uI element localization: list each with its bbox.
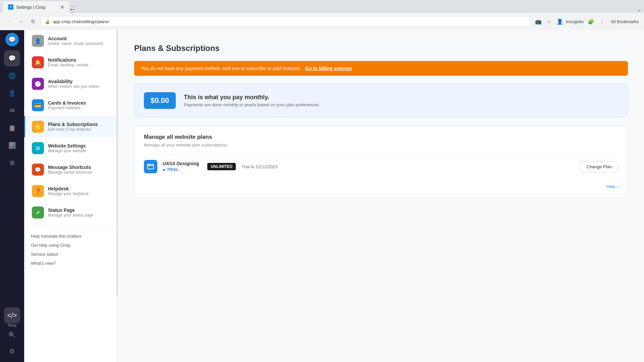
sidebar-divider bbox=[24, 226, 118, 226]
translate-link[interactable]: Help translate the chatbox bbox=[31, 232, 111, 241]
svg-point-3 bbox=[149, 165, 150, 165]
cards-text: Cards & Invoices Payment methods bbox=[48, 100, 86, 110]
plans-icon: ⭐ bbox=[32, 121, 44, 133]
browser-tabs: S Settings | Crisp ✕ + ⌄ bbox=[0, 0, 644, 13]
icon-nav: 💬 💬 🌐 👤 ✉ 📋 📊 ⊞ </> Setup 🔍 ⚙ bbox=[0, 30, 24, 362]
address-bar[interactable]: 🔒 app.crisp.chat/settings/plans/ bbox=[40, 16, 531, 27]
account-title: Account bbox=[48, 36, 103, 41]
availability-text: Availability When visitors see you onlin… bbox=[48, 79, 99, 89]
sidebar-item-status-page[interactable]: ✔ Status Page Manage your status page bbox=[24, 202, 118, 223]
sidebar-item-account[interactable]: 👤 Account Avatar, name, email, password bbox=[24, 30, 118, 52]
nav-item-setup[interactable]: </> Setup bbox=[4, 307, 20, 327]
notifications-text: Notifications Email, desktop, mobile bbox=[48, 57, 89, 67]
availability-desc: When visitors see you online bbox=[48, 84, 99, 89]
main-content: Plans & Subscriptions You do not have an… bbox=[118, 30, 644, 362]
helpdesk-title: Helpdesk bbox=[48, 186, 89, 191]
forward-button[interactable]: → bbox=[16, 17, 25, 26]
payment-info-title: This is what you pay monthly. bbox=[184, 94, 320, 101]
nav-item-globe[interactable]: 🌐 bbox=[4, 68, 20, 84]
profile-button[interactable]: 👤 bbox=[555, 17, 565, 26]
browser-chrome: S Settings | Crisp ✕ + ⌄ ← → ↻ 🔒 app.cri… bbox=[0, 0, 644, 30]
status-page-icon: ✔ bbox=[32, 206, 44, 219]
nav-item-search[interactable]: 🔍 bbox=[4, 327, 20, 343]
browser-tab-active[interactable]: S Settings | Crisp ✕ bbox=[3, 1, 70, 13]
website-settings-text: Website Settings Manage your website bbox=[48, 143, 86, 153]
tab-list-button[interactable]: ⌄ bbox=[637, 6, 641, 13]
alert-text: You do not have any payment method. Add … bbox=[141, 66, 352, 71]
change-plan-button[interactable]: Change Plan bbox=[580, 161, 618, 172]
website-settings-icon: ⚙ bbox=[32, 142, 44, 154]
tab-close-button[interactable]: ✕ bbox=[60, 4, 64, 10]
availability-title: Availability bbox=[48, 79, 99, 84]
message-shortcuts-title: Message Shortcuts bbox=[48, 165, 92, 170]
trial-badge: ● TRIAL bbox=[163, 167, 199, 172]
nav-item-analytics[interactable]: 📊 bbox=[4, 137, 20, 154]
cast-icon[interactable]: 📺 bbox=[534, 17, 543, 26]
trial-date: Trial to 12/12/2023 bbox=[241, 164, 277, 169]
helpdesk-desc: Manage your helpdesk bbox=[48, 191, 89, 196]
website-settings-desc: Manage your website bbox=[48, 148, 86, 153]
back-button[interactable]: ← bbox=[4, 17, 13, 26]
plan-badge: UNLIMITED bbox=[207, 163, 236, 170]
notifications-title: Notifications bbox=[48, 57, 89, 63]
nav-item-pages[interactable]: 📋 bbox=[4, 120, 20, 136]
sidebar-scrollbar[interactable] bbox=[116, 30, 118, 296]
crisp-logo[interactable]: 💬 bbox=[5, 33, 19, 46]
billing-settings-link[interactable]: Go to billing settings bbox=[305, 66, 352, 71]
message-shortcuts-icon: 💬 bbox=[32, 164, 44, 176]
help-link[interactable]: Help › bbox=[144, 184, 618, 189]
nav-item-user[interactable]: 👤 bbox=[4, 85, 20, 101]
account-desc: Avatar, name, email, password bbox=[48, 41, 103, 46]
sidebar-item-plans[interactable]: ⭐ Plans & Subscriptions Get more Crisp f… bbox=[24, 116, 118, 137]
helpdesk-icon: ❓ bbox=[32, 185, 44, 197]
service-status-link[interactable]: Service status bbox=[31, 250, 111, 259]
account-text: Account Avatar, name, email, password bbox=[48, 36, 103, 46]
bookmarks-label: All Bookmarks bbox=[609, 19, 640, 24]
website-settings-title: Website Settings bbox=[48, 143, 86, 148]
cards-desc: Payment methods bbox=[48, 106, 86, 110]
browser-actions: 📺 ☆ 👤 Incognito 🧩 ⋮ All Bookmarks bbox=[534, 17, 640, 26]
sidebar-item-website-settings[interactable]: ⚙ Website Settings Manage your website bbox=[24, 137, 118, 159]
menu-button[interactable]: ⋮ bbox=[597, 17, 606, 26]
sidebar-item-message-shortcuts[interactable]: 💬 Message Shortcuts Manage saved shortcu… bbox=[24, 159, 118, 180]
tab-title: Settings | Crisp bbox=[16, 5, 46, 10]
extensions-icon[interactable]: 🧩 bbox=[586, 17, 596, 26]
website-icon bbox=[144, 160, 157, 173]
browser-toolbar: ← → ↻ 🔒 app.crisp.chat/settings/plans/ 📺… bbox=[0, 13, 644, 30]
payment-card: $0.00 This is what you pay monthly. Paym… bbox=[134, 84, 628, 117]
reload-button[interactable]: ↻ bbox=[28, 17, 38, 26]
plans-desc: Get more Crisp features bbox=[48, 127, 98, 132]
sidebar-item-helpdesk[interactable]: ❓ Helpdesk Manage your helpdesk bbox=[24, 180, 118, 202]
nav-item-send[interactable]: ✉ bbox=[4, 103, 20, 119]
tab-favicon: S bbox=[8, 4, 13, 10]
notifications-desc: Email, desktop, mobile bbox=[48, 63, 89, 67]
new-tab-button[interactable]: + bbox=[70, 6, 74, 13]
app-layout: 💬 💬 🌐 👤 ✉ 📋 📊 ⊞ </> Setup 🔍 ⚙ 👤 Account … bbox=[0, 30, 644, 362]
status-page-desc: Manage your status page bbox=[48, 213, 93, 218]
sidebar-item-cards[interactable]: 💳 Cards & Invoices Payment methods bbox=[24, 95, 118, 116]
nav-item-grid[interactable]: ⊞ bbox=[4, 155, 20, 171]
plans-section: Manage all website plans Manage all your… bbox=[134, 125, 628, 197]
sidebar-item-notifications[interactable]: 🔔 Notifications Email, desktop, mobile bbox=[24, 52, 118, 73]
cards-title: Cards & Invoices bbox=[48, 100, 86, 106]
bookmark-star-icon[interactable]: ☆ bbox=[544, 17, 554, 26]
price-badge: $0.00 bbox=[144, 92, 176, 109]
help-chevron-icon: › bbox=[617, 184, 618, 189]
status-page-text: Status Page Manage your status page bbox=[48, 207, 93, 218]
whats-new-link[interactable]: What's new? bbox=[31, 259, 111, 268]
alert-message: You do not have any payment method. Add … bbox=[141, 66, 301, 71]
get-help-link[interactable]: Get help using Crisp bbox=[31, 241, 111, 250]
website-plan-row: UX/UI Designing ● TRIAL UNLIMITED Trial … bbox=[144, 154, 618, 179]
nav-item-settings[interactable]: ⚙ bbox=[4, 343, 20, 359]
sidebar-item-availability[interactable]: 🕐 Availability When visitors see you onl… bbox=[24, 73, 118, 95]
nav-bottom: </> Setup 🔍 ⚙ bbox=[4, 307, 20, 359]
alert-banner: You do not have any payment method. Add … bbox=[134, 61, 628, 76]
notifications-icon: 🔔 bbox=[32, 56, 44, 68]
cards-icon: 💳 bbox=[32, 99, 44, 111]
page-title: Plans & Subscriptions bbox=[134, 44, 628, 53]
plans-text: Plans & Subscriptions Get more Crisp fea… bbox=[48, 122, 98, 132]
nav-item-chat[interactable]: 💬 bbox=[4, 50, 20, 66]
status-page-title: Status Page bbox=[48, 207, 93, 213]
lock-icon: 🔒 bbox=[45, 19, 50, 24]
sidebar: 👤 Account Avatar, name, email, password … bbox=[24, 30, 118, 362]
